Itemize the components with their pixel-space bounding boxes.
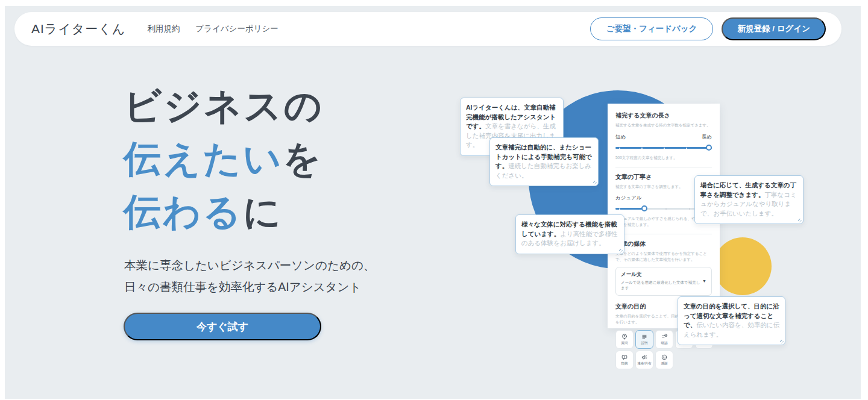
- callout-styles: 様々な文体に対応する機能を搭載しています。より高性能で多様性のある体験をお届けし…: [515, 214, 624, 254]
- try-now-button[interactable]: 今すぐ試す: [124, 313, 321, 340]
- length-max-label: 長め: [702, 134, 712, 141]
- subtitle-line1: 本業に専念したいビジネスパーソンのための、: [124, 258, 375, 272]
- purpose-option-explain[interactable]: 説明: [635, 330, 653, 349]
- resize-grip-icon: [798, 219, 802, 222]
- headline-line3-blue: 伝わる: [124, 191, 243, 233]
- purpose-option-question[interactable]: 質問: [615, 330, 634, 349]
- navbar: AIライターくん 利用規約 プライバシーポリシー ご要望・フィードバック 新規登…: [14, 12, 841, 46]
- medium-dropdown[interactable]: メール文 メールで送る用途に最適化した文体で補完します ▼: [615, 267, 712, 296]
- hero-headline: ビジネスの 伝えたいを 伝わるに: [124, 80, 324, 239]
- medium-selected-description: メールで送る用途に最適化した文体で補完します: [621, 280, 702, 291]
- resize-grip-icon: [593, 181, 597, 184]
- resize-grip-icon: [780, 340, 784, 343]
- headline-line3-dark: に: [243, 191, 283, 233]
- nav-link-terms[interactable]: 利用規約: [147, 23, 180, 34]
- smile-icon: [661, 354, 668, 361]
- nav-link-privacy[interactable]: プライバシーポリシー: [195, 23, 278, 34]
- question-icon: [621, 333, 628, 340]
- length-description: 補完する文章を生成する時の文字数を指定できます。: [615, 122, 712, 128]
- medium-selected-option: メール文: [621, 271, 702, 278]
- hero-subtitle: 本業に専念したいビジネスパーソンのための、 日々の書類仕事を効率化するAIアシス…: [124, 254, 375, 298]
- feedback-button[interactable]: ご要望・フィードバック: [590, 17, 714, 40]
- length-caption: 500文字程度の文章を補完します。: [615, 155, 712, 161]
- length-title: 補完する文章の長さ: [615, 111, 712, 120]
- nav-links: 利用規約 プライバシーポリシー: [147, 23, 278, 34]
- medium-description: 文章をどのような媒体で使用するかを指定することで、その媒体に適した文章補完を行い…: [615, 251, 712, 263]
- headline-line1: ビジネスの: [124, 85, 324, 127]
- chevron-down-icon: ▼: [702, 279, 706, 283]
- length-slider-handle[interactable]: [706, 145, 712, 151]
- decorative-yellow-circle: [714, 237, 772, 295]
- purpose-option-contact-share[interactable]: 連絡/共有: [635, 351, 653, 369]
- callout-purpose: 文章の目的を選択して、目的に沿って適切な文章を補完することで、伝いたい内容を、効…: [678, 296, 785, 345]
- medium-title: 文章の媒体: [615, 240, 712, 248]
- headline-line2-blue: 伝えたい: [124, 138, 283, 180]
- megaphone-icon: [641, 354, 648, 361]
- length-slider[interactable]: [615, 145, 712, 151]
- signup-login-button[interactable]: 新規登録 / ログイン: [722, 17, 826, 40]
- alert-bubble-icon: [621, 354, 628, 361]
- purpose-option-confirm[interactable]: 確認: [655, 330, 673, 349]
- politeness-slider-handle[interactable]: [641, 205, 647, 211]
- length-section: 補完する文章の長さ 補完する文章を生成する時の文字数を指定できます。 短め 長め…: [615, 111, 712, 161]
- logo: AIライターくん: [31, 20, 125, 37]
- check-list-icon: [661, 333, 668, 340]
- resize-grip-icon: [619, 249, 623, 252]
- subtitle-line2: 日々の書類仕事を効率化するAIアシスタント: [124, 280, 362, 293]
- callout-politeness: 場合に応じて、生成する文章の丁寧さを調整できます。丁寧なコミュからカジュアルなや…: [694, 175, 804, 224]
- paragraph-icon: [641, 333, 648, 340]
- purpose-option-point-out[interactable]: 指摘: [615, 351, 634, 369]
- politeness-value-label: カジュアル: [615, 195, 642, 202]
- length-min-label: 短め: [615, 134, 626, 141]
- headline-line2-dark: を: [283, 138, 322, 180]
- medium-section: 文章の媒体 文章をどのような媒体で使用するかを指定することで、その媒体に適した文…: [615, 240, 712, 296]
- callout-shortcut: 文章補完は自動的に、またショートカットによる手動補完も可能です。連続した自動補完…: [489, 137, 599, 186]
- divider: [615, 234, 712, 234]
- purpose-option-thanks[interactable]: 感謝: [655, 351, 673, 369]
- divider: [615, 167, 712, 167]
